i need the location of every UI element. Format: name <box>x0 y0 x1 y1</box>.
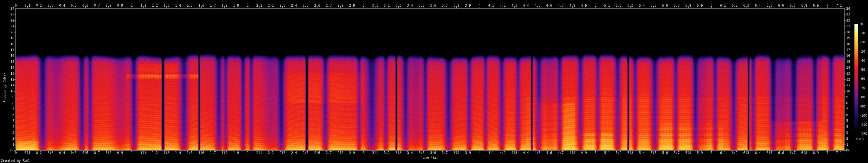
time-tick-label-bottom: 6:2 <box>732 151 738 155</box>
time-tick-label-bottom: 3:8 <box>453 151 459 155</box>
time-tick-label-top: 6:5 <box>766 4 773 7</box>
time-tick-label-bottom: 6:5 <box>766 151 773 155</box>
time-tick-label-bottom: 1:8 <box>221 151 227 155</box>
freq-tick-label-right: 23 <box>846 13 850 16</box>
time-tick-label-bottom: 3 <box>363 151 365 155</box>
freq-tick-label-right: 21 <box>846 25 850 28</box>
time-tick-label-bottom: 6:9 <box>813 151 819 155</box>
time-tick-label-top: 6 <box>710 4 712 7</box>
freq-tick-label-right: 5 <box>846 119 848 123</box>
time-tick-label-bottom: 5:1 <box>604 151 610 155</box>
time-tick-label-bottom: 3:5 <box>418 151 425 155</box>
time-tick-label-bottom: 0 <box>14 151 17 155</box>
time-tick-label-bottom: 5 <box>594 151 596 155</box>
sox-spectrogram: Frequency (kHz) Time (ks) dBFS Created b… <box>0 0 868 163</box>
time-tick-label-bottom: 0:1 <box>24 151 30 155</box>
freq-tick-label-right: 22 <box>846 19 850 22</box>
time-tick-label-bottom: 4:6 <box>546 151 552 155</box>
time-tick-label-bottom: 1:3 <box>163 151 169 155</box>
colorbar-unit-label: dBFS <box>851 137 868 141</box>
freq-tick-label-right: 3 <box>846 131 848 135</box>
freq-tick-label-right: 19 <box>846 36 850 40</box>
time-tick-label-top: 5:2 <box>616 4 622 7</box>
time-tick-label-bottom: 1:7 <box>210 151 216 155</box>
dbfs-tick-label: -10 <box>859 31 865 35</box>
freq-tick-label-left: 16 <box>3 54 14 58</box>
freq-tick-label-left: 1 <box>3 143 14 146</box>
time-tick-label-bottom: 3:6 <box>430 151 436 155</box>
time-tick-label-bottom: 5:6 <box>662 151 668 155</box>
time-tick-label-top: 0:8 <box>105 4 112 7</box>
time-tick-label-bottom: 5:9 <box>697 151 703 155</box>
freq-tick-label-right: 8 <box>846 101 848 105</box>
time-tick-label-top: 3:6 <box>430 4 436 7</box>
time-tick-label-top: 4 <box>478 4 480 7</box>
dbfs-tick-label: -50 <box>859 68 865 72</box>
time-tick-label-top: 0:7 <box>94 4 100 7</box>
time-tick-label-top: 7:1 <box>836 4 842 7</box>
time-tick-label-bottom: 6:6 <box>778 151 784 155</box>
time-tick-label-top: 1:3 <box>163 4 169 7</box>
time-tick-label-bottom: 5:8 <box>685 151 691 155</box>
dbfs-tick-label: -20 <box>859 40 865 44</box>
time-tick-label-bottom: 0:6 <box>82 151 88 155</box>
dbfs-tick-label: -70 <box>859 86 865 90</box>
time-tick-label-top: 4:8 <box>569 4 576 7</box>
freq-tick-label-left: 12 <box>3 78 14 82</box>
time-tick-label-top: 2 <box>247 4 248 7</box>
time-tick-label-top: 0:5 <box>71 4 77 7</box>
time-tick-label-bottom: 3:7 <box>442 151 448 155</box>
time-tick-label-top: 2:2 <box>268 4 274 7</box>
time-tick-label-bottom: 6:8 <box>801 151 807 155</box>
time-tick-label-bottom: 0:9 <box>117 151 123 155</box>
freq-tick-label-right: 1 <box>846 143 848 146</box>
freq-tick-label-left: 17 <box>3 48 14 52</box>
time-tick-label-bottom: 2:9 <box>349 151 355 155</box>
freq-tick-label-left: 8 <box>3 101 14 105</box>
time-tick-label-bottom: 3:9 <box>465 151 471 155</box>
time-tick-label-top: 5:4 <box>639 4 645 7</box>
time-tick-label-bottom: 5:3 <box>627 151 633 155</box>
time-tick-label-top: 3 <box>363 4 365 7</box>
time-tick-label-bottom: 6:4 <box>755 151 761 155</box>
freq-tick-label-right: DC <box>846 149 850 152</box>
freq-tick-label-left: 22 <box>3 19 14 22</box>
dbfs-tick-label: -80 <box>859 95 865 99</box>
time-tick-label-top: 1:1 <box>140 4 146 7</box>
time-tick-label-top: 4:1 <box>488 4 494 7</box>
freq-tick-label-right: 10 <box>846 90 850 93</box>
time-tick-label-bottom: 3:1 <box>372 151 378 155</box>
time-tick-label-bottom: 0:5 <box>71 151 77 155</box>
time-tick-label-top: 5:3 <box>627 4 633 7</box>
freq-tick-label-right: 24 <box>846 7 850 10</box>
time-tick-label-top: 5 <box>594 4 596 7</box>
time-tick-label-top: 3:7 <box>442 4 448 7</box>
dbfs-tick-label: +0 <box>859 22 863 26</box>
freq-tick-label-right: 13 <box>846 72 850 75</box>
time-tick-label-bottom: 4:4 <box>523 151 529 155</box>
time-tick-label-bottom: 0:3 <box>48 151 54 155</box>
time-tick-label-top: 2:1 <box>256 4 262 7</box>
dbfs-tick-label: -100 <box>859 114 867 118</box>
time-tick-label-bottom: 0:7 <box>94 151 100 155</box>
time-tick-label-top: 5:1 <box>604 4 610 7</box>
time-tick-label-bottom: 6:7 <box>789 151 796 155</box>
freq-tick-label-right: 9 <box>846 95 848 99</box>
time-tick-label-top: 4:5 <box>534 4 540 7</box>
time-tick-label-top: 4:6 <box>546 4 552 7</box>
freq-tick-label-right: 11 <box>846 84 850 87</box>
time-tick-label-top: 0:1 <box>24 4 30 7</box>
time-tick-label-bottom: 2:1 <box>256 151 262 155</box>
time-tick-label-bottom: 3:2 <box>384 151 390 155</box>
freq-tick-label-left: 20 <box>3 31 14 34</box>
time-tick-label-top: 3:8 <box>453 4 459 7</box>
time-tick-label-bottom: 1:9 <box>233 151 239 155</box>
time-tick-label-bottom: 1:4 <box>175 151 181 155</box>
time-tick-label-top: 6:7 <box>789 4 796 7</box>
time-tick-label-top: 1:8 <box>221 4 227 7</box>
axes-and-ticks-canvas <box>0 0 868 163</box>
time-tick-label-top: 6:8 <box>801 4 807 7</box>
freq-tick-label-right: 16 <box>846 54 850 58</box>
time-tick-label-bottom: 6:1 <box>720 151 726 155</box>
freq-tick-label-left: 2 <box>3 137 14 140</box>
